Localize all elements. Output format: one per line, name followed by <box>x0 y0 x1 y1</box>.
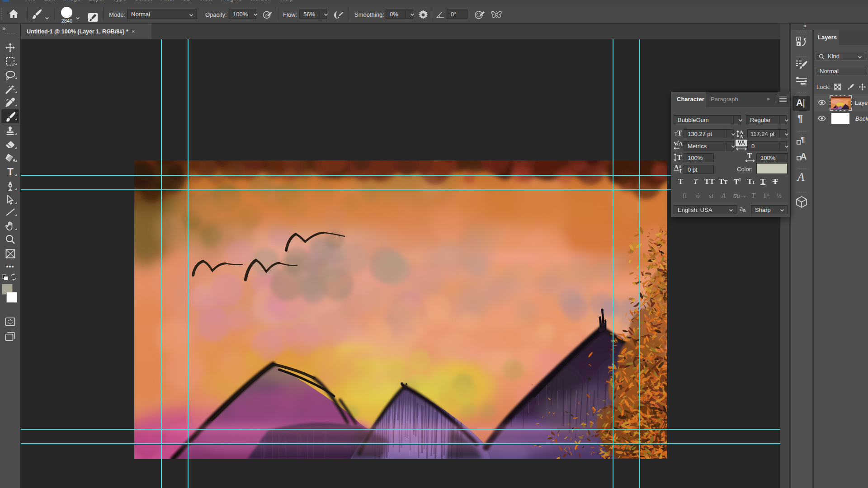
svg-text:a: a <box>679 164 681 169</box>
svg-text:T: T <box>747 152 752 160</box>
svg-text:A: A <box>800 151 807 161</box>
svg-text:A: A <box>674 164 679 171</box>
svg-text:T: T <box>677 153 682 162</box>
svg-text:A: A <box>679 140 683 147</box>
svg-text:¶: ¶ <box>801 136 805 144</box>
svg-text:A: A <box>740 134 743 139</box>
